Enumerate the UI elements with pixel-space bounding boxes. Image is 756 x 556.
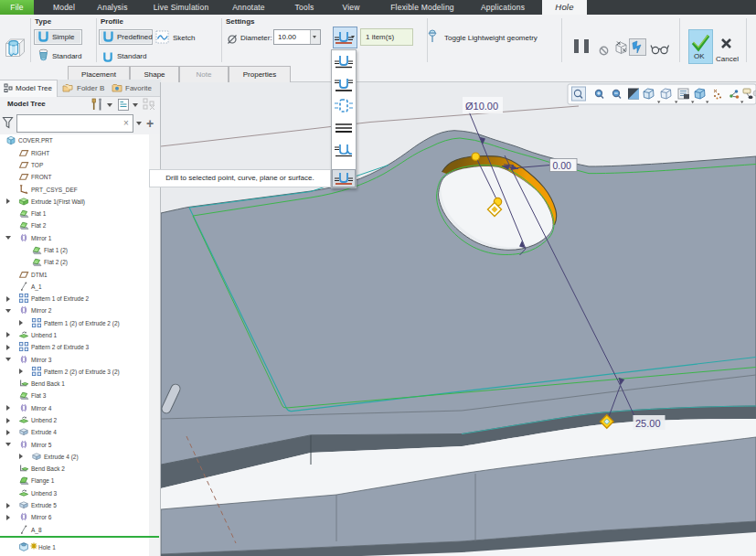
svg-text:0.00: 0.00: [553, 160, 572, 171]
svg-text:25.00: 25.00: [635, 418, 661, 429]
svg-text:Ø10.00: Ø10.00: [465, 101, 498, 112]
